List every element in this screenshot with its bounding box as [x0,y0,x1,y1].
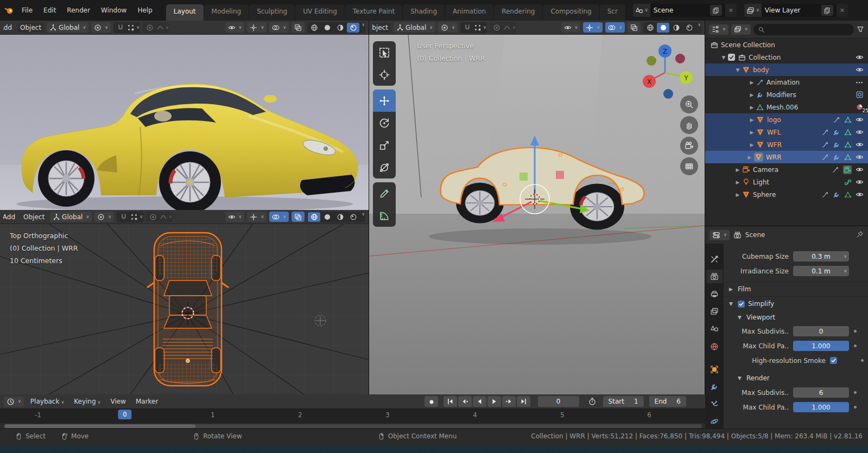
snap-toggle[interactable] [114,23,126,33]
proportional-editing-toggle[interactable] [490,23,503,33]
menu-add[interactable]: Add [3,212,18,222]
shading-wireframe-icon[interactable] [308,23,320,33]
snap-settings-dropdown[interactable]: ∨ [474,23,486,33]
gizmos-dropdown[interactable]: ∨ [247,22,267,33]
eye-icon[interactable] [856,165,864,174]
tab-scripting[interactable]: Scr [600,4,625,21]
outliner-row-logo[interactable]: ▶ logo [705,113,868,126]
disclosure-icon[interactable]: ▶ [747,92,756,98]
shading-material-icon[interactable] [670,23,682,33]
shading-rendered-icon[interactable] [347,23,359,33]
shading-rendered-icon[interactable] [683,23,695,33]
render-max-child-field[interactable]: 1.000 [793,402,849,412]
eye-icon[interactable] [856,178,864,186]
current-frame-indicator[interactable]: 0 [118,410,131,419]
cursor-tool[interactable] [373,63,396,86]
menu-file[interactable]: File [17,5,37,16]
unlink-scene-button[interactable]: ✕ [725,4,737,17]
outliner-row-body[interactable]: ▼ body [705,63,868,76]
zoom-button[interactable] [680,95,698,113]
eye-icon[interactable] [856,116,864,124]
irradiance-size-field[interactable]: 0.1 m∨ [793,266,849,276]
tab-tool[interactable] [706,252,723,266]
pivot-point-dropdown[interactable]: ∨ [438,22,458,33]
play-button[interactable] [487,396,501,407]
render-max-subdiv-field[interactable]: 6 [793,387,849,398]
outliner-display-mode-dropdown[interactable]: ∨ [709,24,728,35]
current-frame-field[interactable]: 0 [538,396,579,407]
move-tool[interactable] [373,90,396,112]
disclosure-icon[interactable]: ▶ [745,155,754,160]
prev-keyframe-button[interactable] [458,396,472,407]
viewport-rendered[interactable]: Add Object Global∨ ∨ ∨ ∨ ∨ ∨ ∨ ∨ [0,21,369,210]
eye-icon[interactable] [856,141,864,149]
shading-rendered-icon[interactable] [347,212,359,222]
scene-icon[interactable]: ∨ [633,4,650,17]
outliner-row-modifiers[interactable]: ▶ Modifiers [705,88,868,101]
snap-settings-dropdown[interactable]: ∨ [127,23,140,33]
menu-playback[interactable]: Playback∨ [27,397,67,406]
tab-sculpting[interactable]: Sculpting [249,4,295,21]
disclosure-icon[interactable]: ▶ [747,117,756,123]
select-box-tool[interactable] [373,41,396,63]
gizmos-dropdown[interactable]: ∨ [583,22,603,33]
shading-wireframe-icon[interactable] [308,212,320,222]
tab-particles[interactable] [706,398,723,411]
menu-edit[interactable]: Edit [39,5,61,16]
jump-to-start-button[interactable] [443,396,457,407]
pivot-point-dropdown[interactable]: ∨ [94,212,114,222]
scale-tool[interactable] [373,134,396,156]
disclosure-icon[interactable]: ▶ [733,167,742,173]
menu-marker[interactable]: Marker [132,397,161,406]
tab-modifiers[interactable] [706,380,723,393]
rotate-tool[interactable] [373,112,396,134]
animate-dot[interactable] [854,406,857,409]
outliner-row-collection[interactable]: ▼ Collection [705,51,868,63]
new-view-layer-button[interactable] [821,5,833,16]
measure-tool[interactable] [373,205,396,227]
record-button[interactable] [425,396,438,407]
tab-layout[interactable]: Layout [166,4,204,21]
editor-type-dropdown[interactable]: ∨ [4,397,24,407]
transform-orientation-dropdown[interactable]: Global∨ [394,22,435,33]
overlays-dropdown[interactable]: ∨ [605,22,625,33]
next-keyframe-button[interactable] [502,396,516,407]
tab-texture-paint[interactable]: Texture Paint [345,4,402,21]
animate-dot[interactable] [854,330,857,333]
disclosure-icon[interactable]: ▶ [733,180,742,185]
editor-type-dropdown[interactable]: ∨ [709,230,730,240]
menu-window[interactable]: Window [96,5,131,16]
viewport-max-subdiv-field[interactable]: 0 [793,326,849,336]
outliner-row-wfr[interactable]: ▶ WFR [705,138,868,151]
view-layer-icon[interactable]: ∨ [744,4,762,17]
smoke-checkbox[interactable] [830,357,837,364]
disclosure-icon[interactable]: ▼ [719,55,728,60]
tab-uv-editing[interactable]: UV Editing [295,4,345,21]
new-scene-button[interactable] [710,5,722,16]
view-object-types-dropdown[interactable]: ∨ [225,212,245,222]
outliner-row-animation[interactable]: ▶ Animation [705,76,868,88]
tab-physics[interactable] [706,415,723,429]
eye-icon[interactable] [856,128,864,136]
disclosure-icon[interactable]: ▶ [747,130,756,135]
overlays-dropdown[interactable]: ∨ [269,212,289,222]
tab-shading[interactable]: Shading [403,4,445,21]
eye-icon[interactable] [856,190,864,199]
transform-orientation-dropdown[interactable]: Global∨ [47,22,88,33]
view-layer-name-field[interactable]: View Layer [762,4,837,17]
proportional-editing-toggle[interactable] [143,23,156,33]
animate-dot[interactable] [861,359,864,362]
tab-animation[interactable]: Animation [445,4,493,21]
shading-wireframe-icon[interactable] [644,23,656,33]
tab-compositing[interactable]: Compositing [543,4,599,21]
simplify-checkbox[interactable] [738,301,745,308]
snap-settings-dropdown[interactable]: ∨ [130,212,143,222]
region-collapse-chevron[interactable]: ‹ [365,46,368,53]
stopwatch-icon[interactable] [588,397,597,406]
proportional-falloff-dropdown[interactable]: ∨ [156,23,169,33]
render-subpanel-header[interactable]: ▼Render [724,371,868,385]
persp-view-canvas[interactable]: User Perspective (0) Collection | WRR [369,35,705,394]
tab-output[interactable] [706,287,723,301]
tab-world[interactable] [706,340,723,353]
tab-view-layer[interactable] [706,305,723,318]
